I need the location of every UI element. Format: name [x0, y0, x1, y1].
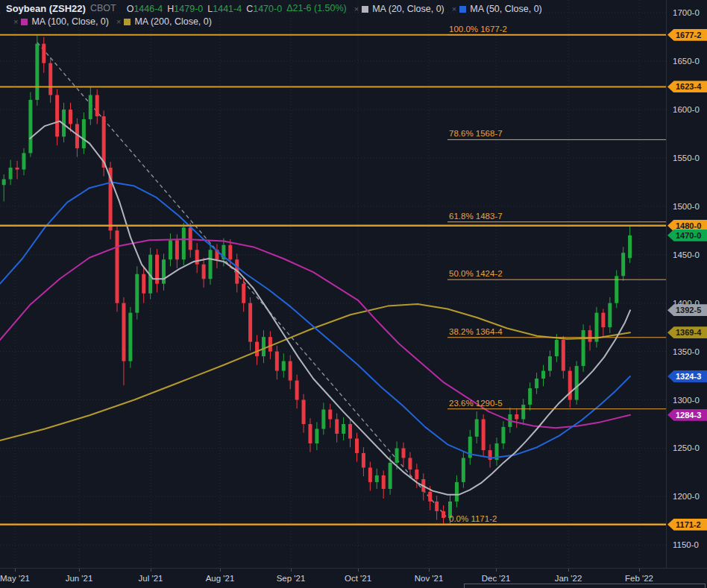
candle[interactable] — [362, 453, 365, 467]
indicator-label: MA (100, Close, 0) — [31, 16, 109, 27]
candle[interactable] — [455, 482, 459, 502]
candle[interactable] — [209, 250, 213, 279]
candle[interactable] — [42, 44, 45, 63]
candle[interactable] — [262, 337, 265, 356]
candle[interactable] — [402, 448, 406, 458]
candle[interactable] — [268, 337, 272, 351]
candle[interactable] — [382, 475, 386, 489]
candle[interactable] — [435, 502, 439, 511]
candle[interactable] — [628, 235, 632, 259]
candle[interactable] — [548, 356, 552, 370]
candle[interactable] — [142, 274, 145, 294]
candle[interactable] — [9, 168, 13, 180]
candle[interactable] — [475, 420, 479, 437]
candle[interactable] — [415, 470, 418, 479]
candle[interactable] — [428, 492, 432, 502]
candle[interactable] — [389, 463, 392, 489]
candle[interactable] — [342, 424, 345, 434]
candle[interactable] — [568, 371, 572, 400]
candle[interactable] — [575, 366, 579, 399]
candle[interactable] — [302, 400, 306, 424]
time-tick-label: Dec '21 — [482, 574, 511, 583]
candle[interactable] — [275, 352, 279, 371]
candle[interactable] — [48, 63, 52, 95]
candle[interactable] — [328, 410, 332, 420]
candle[interactable] — [562, 340, 565, 371]
candle[interactable] — [182, 227, 186, 259]
candle[interactable] — [135, 274, 139, 313]
candle[interactable] — [315, 429, 318, 443]
fib-level-label: 0.0% 1171-2 — [449, 514, 497, 523]
candle[interactable] — [541, 371, 545, 379]
candle[interactable] — [242, 284, 245, 303]
candle[interactable] — [355, 438, 359, 452]
indicator-ma-100[interactable]: ×MA (100, Close, 0) — [13, 16, 109, 27]
time-tick-label: Nov '21 — [415, 574, 444, 583]
candle[interactable] — [169, 240, 172, 259]
indicator-ma-50[interactable]: ×MA (50, Close, 0) — [452, 4, 542, 14]
candle[interactable] — [395, 448, 399, 462]
candle[interactable] — [501, 427, 505, 443]
candle[interactable] — [615, 276, 618, 303]
indicator-ma-200[interactable]: ×MA (200, Close, 0) — [116, 16, 212, 27]
candle[interactable] — [462, 458, 465, 481]
ma-100-line[interactable] — [0, 239, 630, 428]
candle[interactable] — [116, 230, 119, 303]
candle[interactable] — [588, 330, 592, 342]
candle[interactable] — [69, 110, 72, 124]
price-chart-canvas[interactable]: 100.0% 1677-278.6% 1568-761.8% 1483-750.… — [0, 0, 666, 568]
candle[interactable] — [2, 179, 6, 185]
fib-level-label: 38.2% 1364-4 — [449, 327, 503, 336]
indicator-ma-20[interactable]: ×MA (20, Close, 0) — [354, 4, 444, 14]
candle[interactable] — [195, 250, 199, 264]
candle[interactable] — [521, 405, 525, 419]
candle[interactable] — [128, 313, 132, 361]
candle[interactable] — [308, 424, 312, 443]
candle[interactable] — [28, 100, 32, 153]
candle[interactable] — [442, 511, 445, 518]
price-badge-1623-4: 1623-4 — [667, 80, 707, 92]
candle[interactable] — [89, 95, 92, 119]
remove-indicator-icon[interactable]: × — [13, 17, 18, 26]
symbol-title[interactable]: Soybean (ZSH22) — [6, 3, 86, 14]
candle[interactable] — [608, 303, 612, 327]
candle[interactable] — [95, 95, 99, 117]
candle[interactable] — [335, 420, 339, 434]
price-axis[interactable]: 1700-01650-01600-01550-01500-01450-01400… — [666, 0, 707, 568]
price-tick-label: 1200-0 — [673, 491, 707, 502]
candle[interactable] — [162, 259, 166, 283]
candle[interactable] — [82, 119, 86, 148]
candle[interactable] — [122, 303, 125, 361]
candle[interactable] — [621, 253, 625, 276]
candle[interactable] — [35, 44, 39, 100]
candle[interactable] — [368, 467, 372, 481]
candle[interactable] — [535, 379, 538, 388]
candle[interactable] — [22, 153, 25, 169]
candle[interactable] — [16, 168, 19, 170]
candle[interactable] — [228, 245, 232, 259]
candle[interactable] — [601, 313, 605, 327]
candle[interactable] — [289, 361, 292, 381]
candle[interactable] — [55, 95, 59, 137]
candle[interactable] — [282, 361, 286, 371]
remove-indicator-icon[interactable]: × — [116, 17, 121, 26]
ma-200-line[interactable] — [0, 304, 630, 440]
remove-indicator-icon[interactable]: × — [354, 4, 359, 13]
remove-indicator-icon[interactable]: × — [452, 4, 456, 13]
candle[interactable] — [375, 475, 379, 482]
candle[interactable] — [515, 414, 518, 419]
candle[interactable] — [555, 340, 559, 356]
candle[interactable] — [295, 381, 299, 400]
candle[interactable] — [248, 303, 252, 342]
ma-50-line[interactable] — [0, 182, 630, 458]
candle[interactable] — [482, 420, 486, 451]
candle[interactable] — [408, 458, 412, 470]
candle[interactable] — [528, 388, 532, 405]
candle[interactable] — [175, 240, 179, 259]
ma-20-line[interactable] — [30, 121, 630, 495]
candle[interactable] — [202, 265, 206, 279]
candle[interactable] — [255, 342, 259, 356]
candle[interactable] — [348, 424, 352, 438]
candle[interactable] — [582, 330, 585, 366]
candle[interactable] — [321, 410, 325, 429]
